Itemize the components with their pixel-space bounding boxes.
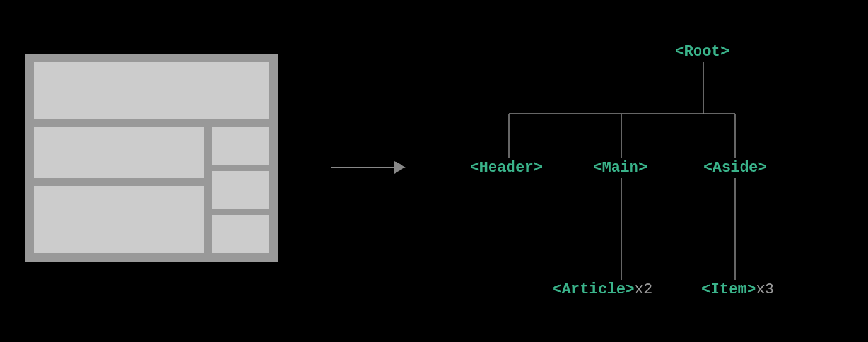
wireframe-main-column	[34, 127, 204, 253]
tree-node-article-count: x2	[635, 281, 653, 298]
component-tree: <Root> <Header> <Main> <Aside> <Article>…	[454, 38, 845, 303]
wireframe-layout	[25, 54, 278, 262]
tree-node-item-count: x3	[756, 281, 774, 298]
wireframe-aside-column	[212, 127, 269, 253]
tree-node-header: <Header>	[470, 159, 542, 176]
tree-node-item-tag: <Item>	[701, 281, 756, 298]
tree-node-article-tag: <Article>	[553, 281, 635, 298]
wireframe-header-block	[34, 62, 269, 119]
tree-node-item: <Item>x3	[701, 281, 774, 298]
wireframe-item-block	[212, 127, 269, 165]
wireframe-article-block	[34, 186, 204, 253]
tree-node-root: <Root>	[675, 43, 729, 60]
wireframe-item-block	[212, 171, 269, 209]
tree-node-article: <Article>x2	[553, 281, 652, 298]
tree-node-main: <Main>	[593, 159, 647, 176]
wireframe-article-block	[34, 127, 204, 178]
arrow-icon	[331, 158, 410, 177]
wireframe-item-block	[212, 215, 269, 253]
tree-node-aside: <Aside>	[703, 159, 767, 176]
